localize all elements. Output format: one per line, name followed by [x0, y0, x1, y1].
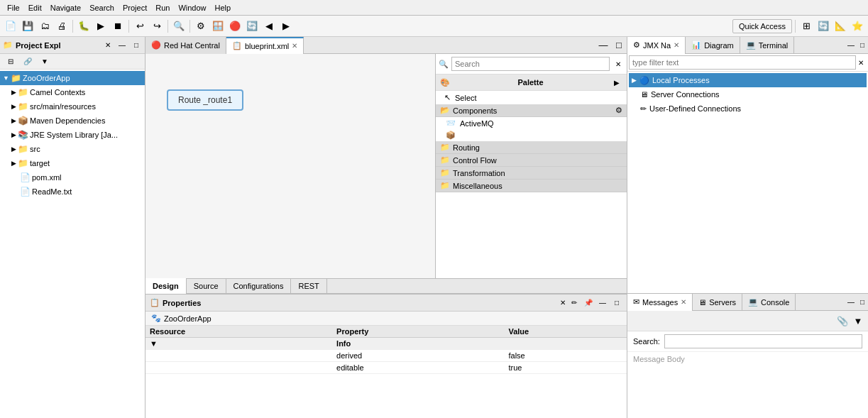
jmx-item-local-processes[interactable]: ▶ 🔵 Local Processes [629, 73, 867, 87]
properties-edit-btn[interactable]: ✏ [568, 297, 580, 309]
jmx-item-server-connections[interactable]: 🖥 Server Connections [629, 87, 867, 101]
tab-console[interactable]: 💻 Console [742, 294, 796, 311]
close-tab-blueprint[interactable]: ✕ [292, 42, 297, 50]
palette-group-components[interactable]: 📂 Components ⚙ [436, 104, 627, 117]
settings-button[interactable]: ⚙ [193, 18, 209, 34]
new-button[interactable]: 📄 [3, 18, 18, 34]
tree-item-zoo[interactable]: ▼ 📁 ZooOrderApp [0, 71, 145, 85]
forward-button[interactable]: ▶ [278, 18, 294, 34]
messages-dropdown-btn[interactable]: ▼ [850, 313, 866, 329]
maximize-editor[interactable]: □ [611, 38, 627, 53]
palette-item-extra[interactable]: 📦 [436, 129, 627, 141]
stop-button[interactable]: ⏹ [110, 18, 126, 34]
diagram-tab-label: Diagram [704, 41, 734, 50]
print-button[interactable]: 🖨 [54, 18, 70, 34]
tab-source[interactable]: Source [187, 278, 226, 294]
jmx-item-user-connections[interactable]: ✏ User-Defined Connections [629, 101, 867, 116]
local-process-label: Local Processes [652, 76, 710, 84]
value-cell[interactable]: false [504, 350, 627, 362]
back-button[interactable]: ◀ [261, 18, 277, 34]
layout-btn-2[interactable]: 🔄 [815, 18, 831, 34]
palette-group-transformation[interactable]: 📁 Transformation [436, 167, 627, 180]
collapse-all-btn[interactable]: ⊟ [3, 54, 18, 70]
menu-file[interactable]: File [3, 2, 24, 13]
tab-messages[interactable]: ✉ Messages ✕ [627, 294, 693, 311]
clear-filter-btn[interactable]: ✕ [856, 57, 867, 68]
palette-search-input[interactable] [451, 57, 610, 71]
palette-group-routing[interactable]: 📁 Routing [436, 141, 627, 154]
close-messages-tab[interactable]: ✕ [681, 298, 686, 306]
col-resource: Resource [145, 326, 332, 338]
menu-project[interactable]: Project [119, 2, 151, 13]
server-icon: 🖥 [640, 90, 648, 99]
tab-jmx[interactable]: ⚙ JMX Na ✕ [627, 37, 686, 54]
terminal-tab-label: Terminal [759, 41, 789, 50]
menu-navigate[interactable]: Navigate [46, 2, 85, 13]
minimize-editor[interactable]: — [595, 38, 611, 53]
tree-item-pom[interactable]: 📄 pom.xml [0, 170, 145, 185]
close-jmx-tab[interactable]: ✕ [674, 41, 679, 49]
quick-access-button[interactable]: Quick Access [732, 19, 792, 33]
menu-run[interactable]: Run [151, 2, 174, 13]
group-toggle[interactable]: ▼ [145, 338, 332, 350]
maximize-messages[interactable]: □ [857, 297, 868, 308]
menu-search[interactable]: Search [85, 2, 119, 13]
minimize-messages[interactable]: — [845, 297, 857, 308]
link-editor-btn[interactable]: 🔗 [20, 54, 35, 70]
cursor-icon: ↖ [444, 93, 451, 102]
properties-pin-btn[interactable]: 📌 [583, 297, 594, 309]
maximize-right-top[interactable]: □ [857, 40, 868, 51]
route-box[interactable]: Route _route1 [167, 89, 243, 111]
tree-item-target[interactable]: ▶ 📁 target [0, 156, 145, 170]
maximize-properties[interactable]: □ [611, 297, 622, 309]
messages-search-input[interactable] [664, 334, 862, 348]
redo-button[interactable]: ↪ [149, 18, 165, 34]
save-button[interactable]: 💾 [20, 18, 35, 34]
tab-configurations[interactable]: Configurations [226, 278, 292, 294]
minimize-project-explorer[interactable]: — [116, 40, 128, 51]
palette-group-miscellaneous[interactable]: 📁 Miscellaneous [436, 180, 627, 192]
palette-group-control-flow[interactable]: 📁 Control Flow [436, 154, 627, 167]
clear-search-button[interactable]: ✕ [612, 58, 624, 70]
menu-help[interactable]: Help [211, 2, 236, 13]
tree-item-camel[interactable]: ▶ 📁 Camel Contexts [0, 85, 145, 99]
tab-servers[interactable]: 🖥 Servers [693, 294, 742, 311]
tree-item-maven[interactable]: ▶ 📦 Maven Dependencies [0, 114, 145, 128]
perspective-button[interactable]: 🪟 [210, 18, 226, 34]
search-button[interactable]: 🔍 [171, 18, 187, 34]
save-all-button[interactable]: 🗂 [37, 18, 53, 34]
tab-terminal[interactable]: 💻 Terminal [740, 37, 795, 54]
tab-rest[interactable]: REST [291, 278, 326, 294]
layout-btn-1[interactable]: ⊞ [798, 18, 814, 34]
tree-item-src2[interactable]: ▶ 📁 src [0, 142, 145, 156]
minimize-properties[interactable]: — [597, 297, 608, 309]
palette-select-item[interactable]: ↖ Select [436, 91, 627, 104]
group-toggle-icon: 📁 [440, 155, 450, 165]
close-project-explorer[interactable]: ✕ [102, 40, 114, 51]
tab-red-hat-central[interactable]: 🔴 Red Hat Central [145, 37, 226, 54]
palette-expand-btn[interactable]: ▶ [611, 77, 622, 88]
search-icon: 🔍 [439, 60, 449, 69]
layout-btn-3[interactable]: 📐 [833, 18, 848, 34]
value-cell[interactable]: true [504, 362, 627, 374]
menu-window[interactable]: Window [174, 2, 210, 13]
tree-item-jre[interactable]: ▶ 📚 JRE System Library [Ja... [0, 128, 145, 142]
debug-button[interactable]: 🐛 [76, 18, 92, 34]
run-button[interactable]: ▶ [93, 18, 109, 34]
tree-item-readme[interactable]: 📄 ReadMe.txt [0, 185, 145, 199]
undo-button[interactable]: ↩ [132, 18, 148, 34]
tab-blueprint-xml[interactable]: 📋 blueprint.xml ✕ [226, 37, 304, 54]
menu-edit[interactable]: Edit [24, 2, 46, 13]
maximize-project-explorer[interactable]: □ [131, 40, 142, 51]
palette-item-activemq[interactable]: 📨 ActiveMQ [436, 117, 627, 129]
layout-btn-4[interactable]: ⭐ [850, 18, 865, 34]
tab-design[interactable]: Design [145, 278, 187, 294]
tree-item-src[interactable]: ▶ 📁 src/main/resources [0, 99, 145, 114]
more-actions-btn[interactable]: ▼ [37, 54, 53, 70]
minimize-right-top[interactable]: — [845, 40, 857, 51]
messages-action-btn[interactable]: 📎 [835, 313, 850, 329]
refresh-button[interactable]: 🔄 [244, 18, 260, 34]
jmx-filter-input[interactable] [629, 55, 856, 70]
tab-diagram[interactable]: 📊 Diagram [686, 37, 740, 54]
redhat-button[interactable]: 🔴 [227, 18, 243, 34]
